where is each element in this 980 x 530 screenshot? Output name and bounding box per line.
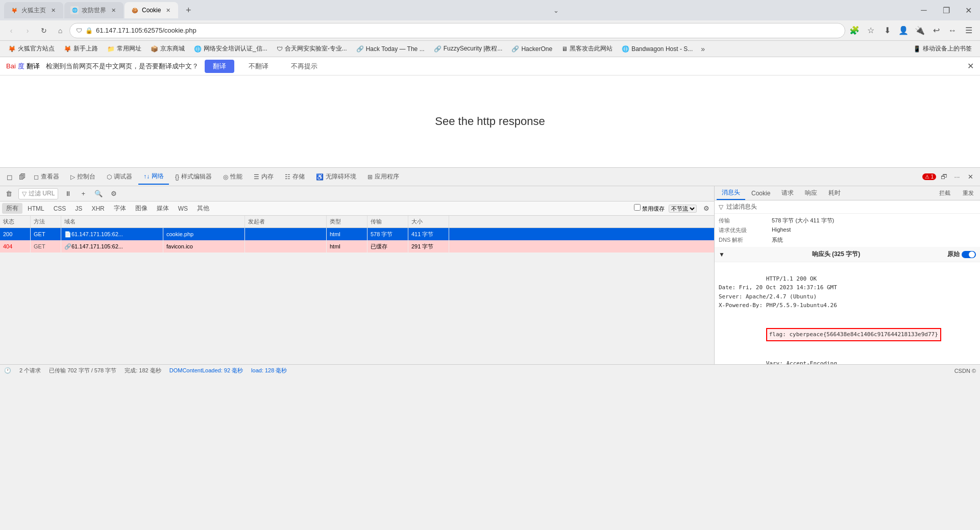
devtools-new-window[interactable]: 🗗 — [938, 171, 949, 183]
devtools-pick-element[interactable]: ◻ — [4, 171, 15, 183]
devtools-tab-style-editor[interactable]: {} 样式编辑器 — [170, 169, 217, 184]
downloads-button[interactable]: ⬇ — [880, 23, 894, 38]
address-bar[interactable]: 🛡 🔒 61.147.171.105:62575/cookie.php — [69, 23, 845, 38]
network-row-1[interactable]: 200 GET 📄 61.147.171.105:62... cookie.ph… — [0, 228, 714, 240]
disable-cache-label[interactable]: 禁用缓存 — [634, 204, 665, 213]
bookmark-fuzzy[interactable]: 🔗 FuzzySecurity |教程... — [430, 43, 507, 54]
minimize-button[interactable]: ─ — [917, 3, 931, 17]
intercept-button[interactable]: 拦截 — [935, 188, 954, 198]
devtools-tab-debugger[interactable]: ⬡ 调试器 — [102, 169, 137, 184]
filter-font[interactable]: 字体 — [110, 203, 130, 214]
tab-attack-world[interactable]: 🌐 攻防世界 ✕ — [64, 2, 124, 18]
home-button[interactable]: ⌂ — [53, 23, 67, 38]
close-button[interactable]: ✕ — [962, 3, 976, 17]
forward-button[interactable]: › — [20, 23, 35, 38]
menu-button[interactable]: ☰ — [962, 23, 976, 38]
tab-overflow-button[interactable]: ⌄ — [549, 5, 563, 16]
extensions-button[interactable]: 🧩 — [847, 23, 862, 38]
style-icon: {} — [175, 173, 179, 181]
extension-puzzle[interactable]: 🔌 — [913, 23, 927, 38]
pause-button[interactable]: ⏸ — [62, 188, 74, 199]
translate-button[interactable]: 翻译 — [205, 60, 234, 73]
raw-toggle-switch[interactable] — [962, 251, 976, 258]
disable-cache-checkbox[interactable] — [634, 204, 641, 211]
bookmark-mobile[interactable]: 📱 移动设备上的书签 — [909, 43, 976, 54]
bookmark-security-cert[interactable]: 🌐 网络安全培训认证_信... — [190, 43, 272, 54]
filter-ws[interactable]: WS — [174, 204, 192, 213]
bookmark-jd[interactable]: 📦 京东商城 — [146, 43, 189, 54]
filter-all[interactable]: 所有 — [2, 203, 22, 214]
req-tab-timing[interactable]: 耗时 — [823, 187, 846, 199]
no-remind-button[interactable]: 不再提示 — [283, 60, 326, 73]
bookmark-button[interactable]: ☆ — [864, 23, 878, 38]
throttle-settings-icon[interactable]: ⚙ — [701, 203, 712, 214]
devtools-tab-memory[interactable]: ☰ 内存 — [249, 169, 279, 184]
network-clear-button[interactable]: 🗑 — [3, 188, 14, 199]
filter-image[interactable]: 图像 — [131, 203, 152, 214]
bookmark-newbie[interactable]: 🦊 新手上路 — [60, 43, 102, 54]
req-tab-cookie[interactable]: Cookie — [746, 188, 775, 199]
filter-js[interactable]: JS — [71, 204, 86, 213]
filter-css[interactable]: CSS — [50, 204, 70, 213]
devtools-tab-storage[interactable]: ☷ 存储 — [280, 169, 310, 184]
filter-html[interactable]: HTML — [23, 204, 48, 213]
back-button[interactable]: ‹ — [4, 23, 18, 38]
bookmark-firefox[interactable]: 🦊 火狐官方站点 — [4, 43, 59, 54]
req-tab-response[interactable]: 响应 — [800, 187, 822, 199]
tab-close-2[interactable]: ✕ — [109, 6, 117, 14]
resend-button[interactable]: 重发 — [959, 188, 978, 198]
bookmark-icon-3: 📁 — [107, 45, 115, 53]
devtools-tab-network[interactable]: ↑↓ 网络 — [138, 169, 169, 185]
devtools-new-tab[interactable]: 🗐 — [16, 171, 28, 183]
new-tab-button[interactable]: + — [181, 3, 195, 17]
tab-close-3[interactable]: ✕ — [164, 6, 172, 14]
baidu-logo-text-2: 度 — [18, 62, 24, 71]
memory-icon: ☰ — [254, 173, 259, 181]
bookmark-label-2: 新手上路 — [74, 44, 98, 53]
header-method: 方法 — [31, 216, 61, 228]
devtools-tab-accessibility[interactable]: ♿ 无障碍环境 — [311, 169, 361, 184]
bookmark-blackhat[interactable]: 🖥 黑客攻击此网站 — [557, 43, 617, 54]
bookmarks-more-button[interactable]: » — [698, 44, 708, 54]
devtools-more[interactable]: ··· — [951, 171, 963, 183]
bookmark-bandwagon[interactable]: 🌐 Bandwagon Host - S... — [618, 44, 697, 54]
bookmark-common[interactable]: 📁 常用网址 — [103, 43, 145, 54]
network-settings[interactable]: + — [78, 188, 89, 199]
devtools-close[interactable]: ✕ — [965, 171, 976, 183]
network-row-2[interactable]: 404 GET 🔗 61.147.171.105:62... favicon.i… — [0, 240, 714, 253]
tab-cookie[interactable]: 🍪 Cookie ✕ — [125, 2, 178, 18]
baidu-logo-text: Bai — [6, 62, 16, 70]
devtools-tab-application[interactable]: ⊞ 应用程序 — [362, 169, 404, 184]
console-label: 控制台 — [77, 172, 95, 181]
devtools-tab-inspector[interactable]: ◻ 查看器 — [29, 169, 64, 184]
reload-button[interactable]: ↻ — [37, 23, 51, 38]
account-button[interactable]: 👤 — [896, 23, 911, 38]
tab-close-1[interactable]: ✕ — [49, 6, 57, 14]
sync-button[interactable]: ↔ — [945, 23, 960, 38]
req-tab-headers[interactable]: 消息头 — [717, 186, 745, 200]
throttle-select[interactable]: 不节流 — [669, 205, 697, 213]
req-tab-request[interactable]: 请求 — [776, 187, 799, 199]
translation-close-button[interactable]: ✕ — [967, 61, 974, 71]
bookmark-hacktoday[interactable]: 🔗 Hack Today — The ... — [352, 44, 429, 54]
devtools-tab-performance[interactable]: ◎ 性能 — [218, 169, 248, 184]
network-import[interactable]: ⚙ — [108, 188, 119, 199]
tab-bar: 🦊 火狐主页 ✕ 🌐 攻防世界 ✕ 🍪 Cookie ✕ + ⌄ ─ ❐ ✕ — [0, 0, 980, 20]
network-search[interactable]: 🔍 — [93, 188, 104, 199]
response-headers-title[interactable]: ▼ 响应头 (325 字节) 原始 — [715, 247, 980, 262]
no-translate-button[interactable]: 不翻译 — [240, 60, 277, 73]
restore-button[interactable]: ❐ — [939, 3, 953, 17]
devtools-tab-console[interactable]: ▷ 控制台 — [65, 169, 101, 184]
bookmark-label-3: 常用网址 — [117, 44, 141, 53]
filter-media[interactable]: 媒体 — [153, 203, 173, 214]
network-filter-input[interactable]: ▽ 过滤 URL — [18, 188, 58, 199]
filter-other[interactable]: 其他 — [193, 203, 213, 214]
devtools-body: 🗑 ▽ 过滤 URL ⏸ + 🔍 ⚙ 所有 HTML CSS JS — [0, 186, 980, 364]
bookmark-hackerone[interactable]: 🔗 HackerOne — [507, 44, 556, 54]
filter-xhr[interactable]: XHR — [87, 204, 108, 213]
history-back[interactable]: ↩ — [929, 23, 943, 38]
tab-firefox-home[interactable]: 🦊 火狐主页 ✕ — [4, 2, 63, 18]
bookmark-hetian[interactable]: 🛡 合天网安实验室-专业... — [273, 43, 351, 54]
bookmark-icon-2: 🦊 — [64, 45, 71, 53]
network-table-header: 状态 方法 域名 发起者 类型 传输 大小 — [0, 216, 714, 228]
